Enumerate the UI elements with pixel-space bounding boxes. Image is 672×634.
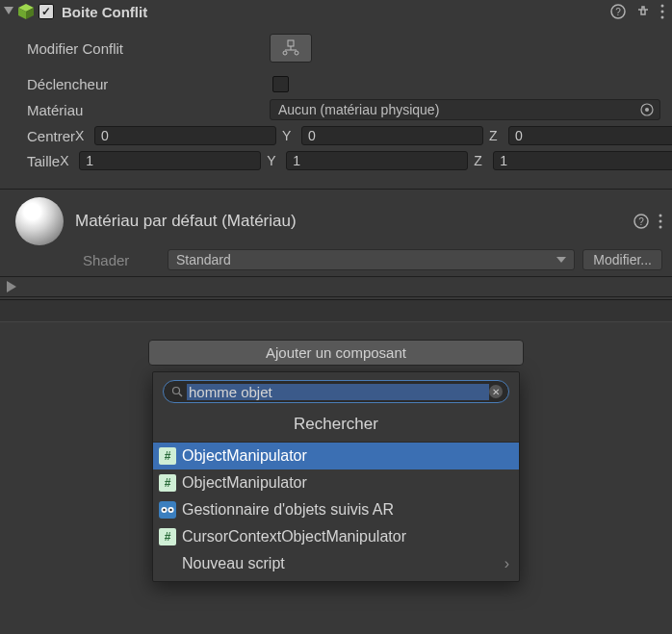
- material-value: Aucun (matériau physique): [278, 102, 439, 117]
- shader-label: Shader: [83, 252, 160, 268]
- result-label: Gestionnaire d'objets suivis AR: [182, 501, 394, 519]
- result-label: ObjectManipulator: [182, 474, 307, 492]
- material-field[interactable]: Aucun (matériau physique): [270, 99, 660, 120]
- play-icon[interactable]: [6, 281, 17, 292]
- trigger-checkbox[interactable]: [272, 76, 289, 92]
- svg-point-7: [661, 11, 664, 13]
- svg-point-6: [661, 5, 664, 8]
- z-label: Z: [474, 153, 487, 168]
- ar-icon: [159, 501, 176, 519]
- svg-line-24: [179, 393, 182, 396]
- search-input[interactable]: homme objet ✕: [163, 380, 509, 403]
- material-edit-button[interactable]: Modifier...: [582, 249, 662, 270]
- component-search-popup: homme objet ✕ Rechercher #ObjectManipula…: [152, 371, 520, 582]
- add-component-button[interactable]: Ajouter un composant: [148, 340, 524, 366]
- component-title: Boite Conflit: [62, 4, 147, 20]
- size-z-input[interactable]: [493, 151, 672, 170]
- search-text: homme objet: [187, 384, 489, 400]
- svg-point-23: [173, 388, 180, 394]
- script-icon: #: [159, 474, 176, 492]
- new-script-item[interactable]: Nouveau script ›: [153, 550, 519, 577]
- svg-point-13: [295, 51, 298, 55]
- svg-point-28: [169, 509, 171, 511]
- size-y-input[interactable]: [286, 151, 468, 170]
- menu-icon[interactable]: [660, 4, 664, 19]
- svg-point-15: [645, 108, 649, 112]
- component-enabled-checkbox[interactable]: ✓: [39, 4, 54, 19]
- x-label: X: [75, 128, 89, 143]
- material-title: Matériau par défaut (Matériau): [75, 212, 633, 231]
- svg-point-18: [659, 215, 662, 217]
- svg-rect-9: [288, 40, 294, 46]
- result-item[interactable]: Gestionnaire d'objets suivis AR: [153, 496, 519, 523]
- search-icon: [171, 386, 183, 397]
- shader-dropdown[interactable]: Standard: [168, 249, 575, 270]
- help-icon[interactable]: ?: [610, 4, 626, 19]
- popup-title: Rechercher: [153, 411, 519, 443]
- edit-collider-label: Modifier Conflit: [27, 40, 270, 57]
- svg-point-8: [661, 16, 664, 19]
- menu-icon[interactable]: [659, 214, 662, 229]
- script-icon: #: [159, 447, 176, 465]
- material-label: Matériau: [27, 102, 270, 118]
- result-item[interactable]: #ObjectManipulator: [153, 469, 519, 496]
- svg-marker-22: [7, 281, 16, 292]
- svg-text:?: ?: [615, 7, 621, 17]
- chevron-right-icon: ›: [504, 555, 509, 572]
- result-list: #ObjectManipulator#ObjectManipulatorGest…: [153, 443, 519, 550]
- result-item[interactable]: #CursorContextObjectManipulator: [153, 523, 519, 550]
- size-x-input[interactable]: [79, 151, 261, 170]
- x-label: X: [60, 153, 73, 168]
- chevron-down-icon: [556, 257, 566, 263]
- material-preview-icon: [15, 197, 64, 245]
- svg-point-12: [283, 51, 287, 55]
- box-collider-icon: [17, 3, 35, 20]
- center-x-input[interactable]: [94, 126, 276, 145]
- z-label: Z: [489, 128, 503, 143]
- result-label: CursorContextObjectManipulator: [182, 528, 406, 545]
- center-z-input[interactable]: [508, 126, 672, 145]
- svg-marker-0: [4, 7, 13, 14]
- svg-point-19: [659, 220, 662, 223]
- result-item[interactable]: #ObjectManipulator: [153, 443, 519, 469]
- center-y-input[interactable]: [301, 126, 483, 145]
- script-icon: #: [159, 528, 176, 545]
- preset-icon[interactable]: [635, 4, 651, 19]
- clear-icon[interactable]: ✕: [489, 385, 503, 398]
- help-icon[interactable]: ?: [633, 214, 649, 229]
- object-picker-icon[interactable]: [638, 101, 656, 118]
- result-label: ObjectManipulator: [182, 447, 307, 465]
- y-label: Y: [282, 128, 296, 143]
- trigger-label: Déclencheur: [27, 76, 270, 92]
- shader-value: Standard: [176, 252, 231, 267]
- svg-text:?: ?: [638, 216, 644, 227]
- svg-marker-21: [556, 257, 566, 263]
- edit-collider-button[interactable]: [270, 34, 312, 63]
- foldout-icon[interactable]: [4, 7, 15, 16]
- svg-point-20: [659, 226, 662, 229]
- svg-point-27: [163, 509, 165, 511]
- y-label: Y: [267, 153, 280, 168]
- size-label: Taille: [27, 153, 60, 169]
- center-label: Centrer: [27, 128, 75, 144]
